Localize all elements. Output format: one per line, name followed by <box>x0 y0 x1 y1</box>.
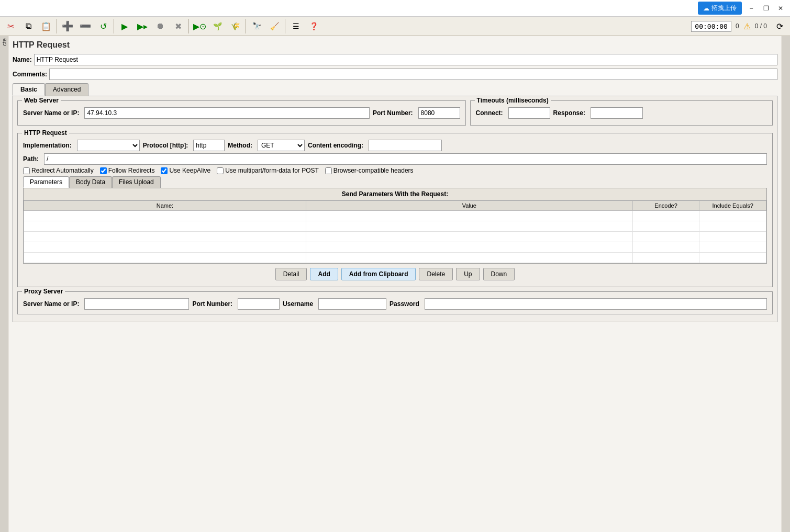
right-scrollbar[interactable] <box>782 36 790 532</box>
remove-button[interactable]: ➖ <box>77 18 94 35</box>
cut-button[interactable]: ✂ <box>2 18 19 35</box>
remote-button[interactable]: 🌱 <box>209 18 226 35</box>
empty-row-4 <box>24 242 766 253</box>
http-request-legend: HTTP Request <box>22 129 69 137</box>
down-button[interactable]: Down <box>483 268 515 280</box>
upload-button[interactable]: ☁ 拓拽上传 <box>698 2 742 15</box>
stop-all-button[interactable]: ✖ <box>170 18 186 35</box>
page-count: 0 / 0 <box>755 22 767 30</box>
stop-button[interactable]: ⏺ <box>152 18 169 35</box>
search-button[interactable]: 🔭 <box>248 18 265 35</box>
up-button[interactable]: Up <box>456 268 480 280</box>
add-button[interactable]: ➕ <box>59 18 76 35</box>
implementation-label: Implementation: <box>23 142 72 149</box>
redirect-auto-checkbox[interactable] <box>23 167 30 174</box>
left-panel: cte <box>0 36 8 532</box>
method-select[interactable]: GET POST PUT DELETE <box>258 140 305 151</box>
remote2-button[interactable]: 🌾 <box>227 18 243 35</box>
follow-redirects-checkbox[interactable] <box>100 167 107 174</box>
connect-input[interactable] <box>508 107 550 119</box>
reset-button[interactable]: ↺ <box>95 18 112 35</box>
comments-input[interactable] <box>49 69 777 80</box>
help-button[interactable]: ❓ <box>305 18 322 35</box>
use-keepalive-item: Use KeepAlive <box>161 167 210 174</box>
timeouts-group: Timeouts (milliseconds) Connect: Respons… <box>470 100 773 126</box>
start-button[interactable]: ▶ <box>116 18 133 35</box>
proxy-username-input[interactable] <box>318 298 386 310</box>
tab-files-upload[interactable]: Files Upload <box>112 176 161 188</box>
proxy-password-input[interactable] <box>425 298 767 310</box>
timeouts-legend: Timeouts (milliseconds) <box>475 97 551 104</box>
warning-count: 0 <box>736 22 739 30</box>
list-button[interactable]: ☰ <box>287 18 304 35</box>
delete-button[interactable]: Delete <box>419 268 453 280</box>
tab-body-data[interactable]: Body Data <box>69 176 112 188</box>
time-display: 00:00:00 <box>691 21 731 32</box>
start-no-pause-button[interactable]: ▶▸ <box>134 18 151 35</box>
detail-button[interactable]: Detail <box>275 268 307 280</box>
follow-redirects-label: Follow Redirects <box>108 167 155 174</box>
toolbar-right: 00:00:00 0 ⚠ 0 / 0 ⟳ <box>691 18 788 35</box>
empty-row-3 <box>24 232 766 242</box>
left-panel-label: cte <box>1 38 7 46</box>
separator-4 <box>246 19 246 33</box>
main-panel: HTTP Request Name: Comments: Basic Advan… <box>8 36 782 532</box>
protocol-input[interactable] <box>193 140 225 151</box>
col-encode: Encode? <box>632 201 699 211</box>
add-clipboard-button[interactable]: Add from Clipboard <box>341 268 416 280</box>
use-keepalive-checkbox[interactable] <box>161 167 168 174</box>
proxy-server-label: Server Name or IP: <box>23 300 79 308</box>
redirect-auto-item: Redirect Automatically <box>23 167 94 174</box>
http-request-group: HTTP Request Implementation: Protocol [h… <box>17 133 773 287</box>
empty-row-1 <box>24 211 766 221</box>
browser-compat-checkbox[interactable] <box>325 167 332 174</box>
paste-button[interactable]: 📋 <box>38 18 54 35</box>
server-name-input[interactable] <box>84 107 370 119</box>
close-button[interactable]: ✕ <box>775 3 786 14</box>
content-encoding-input[interactable] <box>369 140 442 151</box>
copy-button[interactable]: ⧉ <box>20 18 37 35</box>
redirect-auto-label: Redirect Automatically <box>31 167 94 174</box>
proxy-server-group: Proxy Server Server Name or IP: Port Num… <box>17 291 773 314</box>
proxy-port-input[interactable] <box>238 298 280 310</box>
connect-label: Connect: <box>476 109 503 117</box>
tab-parameters[interactable]: Parameters <box>23 176 69 188</box>
proxy-server-input[interactable] <box>84 298 189 310</box>
name-label: Name: <box>13 56 32 63</box>
port-number-input[interactable] <box>418 107 460 119</box>
upload-label: 拓拽上传 <box>711 4 737 13</box>
tab-basic[interactable]: Basic <box>13 83 45 96</box>
implementation-select[interactable] <box>77 140 140 151</box>
path-input[interactable] <box>44 153 767 165</box>
use-multipart-checkbox[interactable] <box>217 167 224 174</box>
clear-button[interactable]: 🧹 <box>266 18 283 35</box>
name-input[interactable] <box>34 54 777 65</box>
timeouts-row: Connect: Response: <box>476 107 767 119</box>
proxy-username-label: Username <box>283 300 313 308</box>
separator-2 <box>114 19 114 33</box>
protocol-label: Protocol [http]: <box>143 142 188 149</box>
comments-label: Comments: <box>13 71 47 78</box>
comments-row: Comments: <box>13 69 777 80</box>
cloud-icon: ☁ <box>703 5 709 12</box>
main-tabs: Basic Advanced <box>13 83 777 96</box>
minimize-button[interactable]: − <box>746 3 756 14</box>
follow-redirects-item: Follow Redirects <box>100 167 155 174</box>
main-content: cte HTTP Request Name: Comments: Basic A… <box>0 36 790 532</box>
add-param-button[interactable]: Add <box>310 268 338 280</box>
params-header: Send Parameters With the Request: <box>24 188 766 200</box>
response-input[interactable] <box>591 107 643 119</box>
basic-tab-content: Web Server Server Name or IP: Port Numbe… <box>13 96 777 322</box>
checkboxes-row: Redirect Automatically Follow Redirects … <box>23 167 767 174</box>
refresh-button[interactable]: ⟳ <box>771 18 788 35</box>
port-number-label: Port Number: <box>373 109 413 117</box>
restore-button[interactable]: ❐ <box>761 3 771 14</box>
tab-advanced[interactable]: Advanced <box>45 83 88 96</box>
params-tbody <box>24 211 766 263</box>
name-row: Name: <box>13 54 777 65</box>
remote-start-button[interactable]: ▶⊙ <box>191 18 208 35</box>
panel-title: HTTP Request <box>13 40 777 50</box>
path-row: Path: <box>23 153 767 165</box>
use-multipart-item: Use multipart/form-data for POST <box>217 167 319 174</box>
params-header-row: Name: Value Encode? Include Equals? <box>24 201 766 211</box>
